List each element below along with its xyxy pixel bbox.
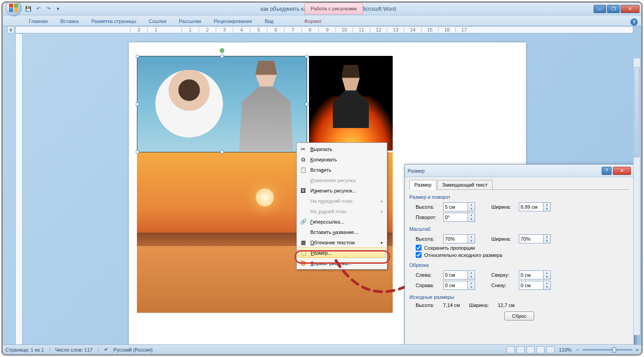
scale-height-spinner[interactable]: ▲▼ (468, 234, 475, 243)
reset-button[interactable]: Сброс (504, 311, 534, 320)
minimize-button[interactable]: — (594, 5, 606, 13)
tab-insert[interactable]: Вставка (56, 17, 83, 26)
ruler-corner-icon[interactable]: ⊏ (7, 26, 14, 33)
menu-icon: 🎨 (299, 259, 308, 267)
menu-icon (299, 176, 308, 184)
menu-label: Изменить рисунок... (310, 188, 356, 193)
menu-icon: ⧉ (299, 156, 308, 164)
qat-more-icon[interactable]: ▾ (54, 5, 62, 13)
menu-label: На задний план (310, 209, 347, 214)
lock-aspect-checkbox[interactable] (416, 245, 422, 251)
height-label: Высота: (416, 204, 440, 210)
menu-label: Обтекание текстом (310, 240, 355, 245)
context-menu-item-5: На передний план (298, 196, 386, 206)
crop-top-input[interactable] (519, 270, 544, 279)
zoom-out-button[interactable]: − (576, 347, 579, 352)
view-outline-icon[interactable] (536, 346, 544, 353)
menu-label: На передний план (310, 198, 353, 204)
dialog-close-button[interactable]: ✕ (613, 167, 631, 175)
menu-icon: ⬚ (299, 249, 308, 257)
relative-original-checkbox[interactable] (416, 252, 422, 258)
context-menu-item-4[interactable]: 🖼Изменить рисунок... (298, 185, 386, 196)
zoom-in-button[interactable]: + (636, 347, 639, 352)
relative-original-label: Относительно исходного размера (424, 252, 502, 258)
view-full-screen-icon[interactable] (517, 346, 525, 353)
dialog-titlebar[interactable]: Размер ? ✕ (405, 165, 634, 177)
status-words[interactable]: Число слов: 117 (55, 347, 93, 352)
maximize-button[interactable]: ❐ (607, 5, 620, 13)
crop-left-input[interactable] (443, 270, 468, 279)
size-dialog: Размер ? ✕ Размер Замещающий текст Разме… (404, 164, 634, 356)
dialog-help-button[interactable]: ? (602, 167, 612, 175)
scale-width-spinner[interactable]: ▲▼ (544, 234, 551, 243)
menu-label: Вырезать (310, 146, 332, 152)
workspace: ⊏ 211234567891011121314151617 ✂Вырезать⧉… (3, 26, 641, 345)
height-input[interactable] (443, 202, 468, 211)
tab-home[interactable]: Главная (24, 17, 52, 26)
context-menu-item-9[interactable]: ▦Обтекание текстом (298, 237, 386, 247)
zoom-slider[interactable] (583, 349, 632, 351)
status-bar: Страница: 1 из 1 Число слов: 117 ✔ Русск… (3, 344, 641, 354)
rotate-spinner[interactable]: ▲▼ (468, 213, 475, 222)
tab-mailings[interactable]: Рассылки (174, 17, 205, 26)
horizontal-ruler[interactable]: 211234567891011121314151617 (15, 26, 633, 33)
zoom-level[interactable]: 110% (559, 347, 571, 352)
view-draft-icon[interactable] (546, 346, 554, 353)
dialog-tab-alt-text[interactable]: Замещающий текст (437, 180, 493, 190)
image-fire-portrait[interactable] (309, 56, 393, 151)
close-button[interactable]: ✕ (621, 5, 639, 13)
crop-bottom-spinner[interactable]: ▲▼ (544, 281, 551, 290)
vertical-ruler[interactable] (15, 33, 23, 345)
rotate-handle[interactable] (220, 48, 224, 53)
scale-height-label: Высота: (416, 236, 440, 242)
crop-bottom-input[interactable] (519, 281, 544, 290)
ribbon-tabs: Главная Вставка Разметка страницы Ссылки… (3, 15, 641, 26)
menu-label: Копировать (310, 157, 337, 162)
view-print-layout-icon[interactable] (507, 346, 515, 353)
scale-height-input[interactable] (443, 234, 468, 243)
vertical-scrollbar[interactable] (633, 58, 640, 335)
crop-right-input[interactable] (443, 281, 468, 290)
tab-format[interactable]: Формат (300, 17, 327, 26)
crop-top-spinner[interactable]: ▲▼ (544, 270, 551, 279)
context-menu-item-7[interactable]: 🔗Гиперссылка... (298, 216, 386, 227)
crop-top-label: Сверху: (491, 272, 516, 278)
redo-icon[interactable]: ↷ (44, 5, 52, 13)
proofing-icon[interactable]: ✔ (104, 347, 108, 352)
height-spinner[interactable]: ▲▼ (468, 202, 475, 211)
width-input[interactable] (519, 202, 544, 211)
orig-height-label: Высота: (416, 302, 434, 308)
menu-icon: ▦ (299, 238, 308, 247)
help-icon[interactable]: ? (630, 18, 638, 26)
menu-label: Вставить (310, 167, 331, 173)
office-button[interactable] (5, 1, 22, 16)
tab-view[interactable]: Вид (260, 17, 278, 26)
status-page[interactable]: Страница: 1 из 1 (5, 347, 44, 352)
context-menu-item-11[interactable]: 🎨Формат рисунка... (298, 258, 386, 268)
context-menu-item-1[interactable]: ⧉Копировать (298, 154, 386, 165)
tab-review[interactable]: Рецензирование (209, 17, 257, 26)
context-menu-item-2[interactable]: 📋Вставить (298, 165, 386, 175)
context-menu-item-10[interactable]: ⬚Размер... (298, 247, 386, 258)
group-size-rotate: Размер и поворот (409, 194, 629, 200)
crop-left-spinner[interactable]: ▲▼ (468, 270, 475, 279)
view-web-layout-icon[interactable] (526, 346, 535, 353)
menu-icon: ✂ (299, 145, 308, 153)
rotate-input[interactable] (443, 213, 468, 222)
save-icon[interactable]: 💾 (24, 5, 32, 13)
menu-label: Гиперссылка... (310, 219, 344, 224)
tab-page-layout[interactable]: Разметка страницы (87, 17, 141, 26)
undo-icon[interactable]: ↶ (34, 5, 42, 13)
scale-width-input[interactable] (519, 234, 544, 243)
crop-right-spinner[interactable]: ▲▼ (468, 281, 475, 290)
dialog-tab-size[interactable]: Размер (409, 180, 436, 190)
width-label: Ширина: (491, 204, 516, 210)
tab-references[interactable]: Ссылки (145, 17, 171, 26)
menu-label: Размер... (311, 250, 332, 256)
status-language[interactable]: Русский (Россия) (113, 347, 153, 352)
menu-icon: 🔗 (299, 218, 308, 226)
image-selected[interactable] (137, 56, 307, 152)
context-menu-item-0[interactable]: ✂Вырезать (298, 144, 386, 154)
context-menu-item-8[interactable]: Вставить название... (298, 227, 386, 237)
width-spinner[interactable]: ▲▼ (544, 202, 551, 211)
